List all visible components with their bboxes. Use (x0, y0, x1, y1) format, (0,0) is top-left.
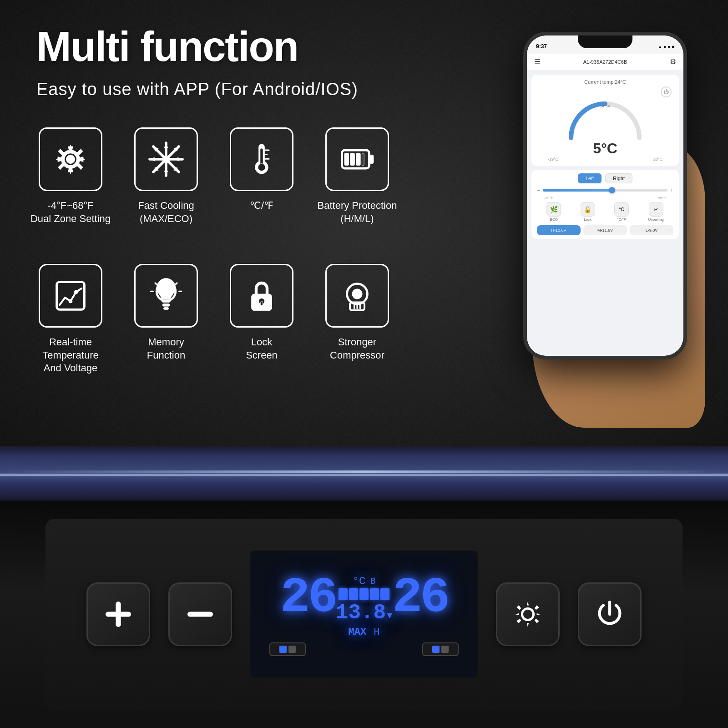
fast-cooling-label: Fast Cooling(MAX/ECO) (138, 199, 194, 225)
phone-eco-label: ECO (550, 217, 558, 222)
phone-time: 9:37 (536, 43, 547, 50)
power-button[interactable] (578, 582, 642, 646)
lock-screen-icon-box (230, 264, 293, 328)
bat-seg-4 (370, 588, 379, 600)
feature-battery-protection: Battery Protection(H/M/L) (314, 123, 400, 250)
svg-rect-33 (162, 299, 170, 302)
svg-line-37 (155, 283, 157, 284)
phone-current-temp: Current temp:24°C (539, 79, 672, 85)
feature-lock-screen: LockScreen (218, 259, 305, 387)
dual-zone-label: -4°F~68°FDual Zone Setting (30, 199, 111, 225)
phone-unit-icon[interactable]: °C (614, 202, 629, 217)
feature-dual-zone: -4°F~68°FDual Zone Setting (27, 123, 114, 250)
phone-settings-icon: ⚙ (670, 57, 676, 66)
battery-protection-label: Battery Protection(H/M/L) (318, 199, 397, 225)
minus-button[interactable] (168, 582, 232, 646)
phone-slider-fill (543, 189, 612, 192)
phone-controls-card: Left Right − + (531, 170, 679, 239)
realtime-temp-label: Real-timeTemperatureAnd Voltage (42, 336, 99, 375)
phone-big-temp: 5°C (539, 140, 672, 157)
phone-power-btn[interactable]: ⏻ (661, 86, 672, 97)
main-title: Multi function (36, 23, 298, 71)
bat-seg-3 (359, 588, 369, 600)
svg-rect-34 (162, 304, 170, 307)
lcd-battery-bar (339, 588, 389, 600)
svg-rect-35 (163, 308, 168, 310)
phone-lock-item: 🔒 Lock (581, 202, 595, 222)
lightbulb-icon (148, 278, 184, 314)
svg-point-31 (74, 290, 78, 294)
carpet-highlight (0, 470, 728, 473)
temp-unit-label: ℃/℉ (250, 199, 273, 212)
lcd-right-temp: 26 (392, 573, 448, 623)
phone-device-id: A1-935A272D4C6B (583, 59, 627, 65)
stronger-compressor-label: StrongerCompressor (330, 336, 384, 362)
phone-h-btn[interactable]: H-12.6V (537, 225, 581, 235)
svg-rect-51 (106, 612, 131, 617)
phone-slider-track[interactable] (543, 189, 667, 192)
svg-rect-52 (187, 612, 213, 617)
settings-button[interactable] (496, 582, 560, 646)
feature-fast-cooling: Fast Cooling(MAX/ECO) (123, 123, 209, 250)
svg-point-45 (352, 289, 362, 299)
lcd-left-temp: 26 (280, 573, 336, 623)
top-section: Multi function Easy to use with APP (For… (0, 0, 728, 446)
feature-memory-function: MemoryFunction (123, 259, 209, 387)
bat-seg-5 (380, 588, 389, 600)
phone-battery-row: H-12.6V M-11.6V L-9.8V (537, 223, 673, 235)
phone-slider-thumb (609, 187, 615, 193)
zone-right-dot-1 (432, 646, 440, 653)
svg-point-53 (522, 608, 533, 620)
svg-rect-26 (350, 153, 355, 165)
phone-app-header: ☰ A1-935A272D4C6B ⚙ (527, 54, 683, 70)
phone-icon-row: 🌿 ECO 🔒 Lock °C °C/°F (537, 200, 673, 223)
lcd-voltage: 13.8 (336, 601, 386, 625)
phone-outer: 9:37 ▲ ● ● ■ ☰ A1-935A272D4C6B ⚙ Current… (523, 32, 687, 359)
bottom-panel: 26 °C B (0, 500, 728, 728)
svg-rect-29 (57, 282, 85, 310)
feature-realtime-temp: Real-timeTemperatureAnd Voltage (27, 259, 114, 387)
thermometer-icon (243, 141, 280, 177)
phone-m-btn[interactable]: M-11.6V (583, 225, 627, 235)
battery-icon (339, 141, 375, 177)
plus-button[interactable] (86, 582, 150, 646)
features-grid: -4°F~68°FDual Zone Setting (27, 123, 400, 387)
zone-left-indicator (269, 642, 306, 656)
lcd-mode-h: H (374, 627, 379, 638)
phone-eco-icon[interactable]: 🌿 (546, 202, 561, 217)
fast-cooling-icon-box (134, 127, 198, 191)
feature-stronger-compressor: StrongerCompressor (314, 259, 400, 387)
phone-unpairing-icon[interactable]: ✂ (649, 202, 663, 217)
lcd-bluetooth: B (370, 576, 375, 586)
compressor-icon (339, 278, 375, 314)
phone-left-btn[interactable]: Left (578, 173, 602, 183)
bat-seg-2 (349, 588, 358, 600)
phone-menu-icon: ☰ (534, 57, 541, 66)
phone-slider-range: -19°C20°C (537, 196, 673, 200)
plus-icon (102, 598, 134, 630)
chart-icon (52, 278, 89, 314)
phone-unpairing-item: ✂ Unpairing (648, 202, 664, 222)
phone-lock-icon[interactable]: 🔒 (581, 202, 595, 217)
sub-title: Easy to use with APP (For Android/IOS) (36, 80, 358, 99)
svg-point-7 (162, 156, 170, 163)
lcd-unit: °C (353, 575, 366, 587)
memory-function-icon-box (134, 264, 198, 328)
phone-eco-item: 🌿 ECO (546, 202, 561, 222)
memory-function-label: MemoryFunction (147, 336, 185, 362)
dual-zone-icon-box (39, 127, 102, 191)
phone-unpairing-label: Unpairing (648, 217, 664, 222)
gear-icon (52, 141, 89, 177)
lock-screen-label: LockScreen (246, 336, 278, 362)
phone-plus-icon: + (670, 187, 673, 193)
zone-left-dot-2 (288, 646, 296, 653)
phone-left-right-toggle: Left Right (537, 173, 673, 183)
temp-unit-icon-box (230, 127, 293, 191)
lcd-voltage-unit: ▼ (387, 611, 392, 621)
phone-unit-label: °C/°F (617, 217, 626, 222)
phone-voltage-display: 14.5V (600, 104, 611, 108)
phone-right-btn[interactable]: Right (605, 173, 632, 183)
phone-l-btn[interactable]: L-9.8V (630, 225, 673, 235)
control-panel: 26 °C B (46, 519, 682, 710)
zone-right-dot-2 (441, 646, 449, 653)
